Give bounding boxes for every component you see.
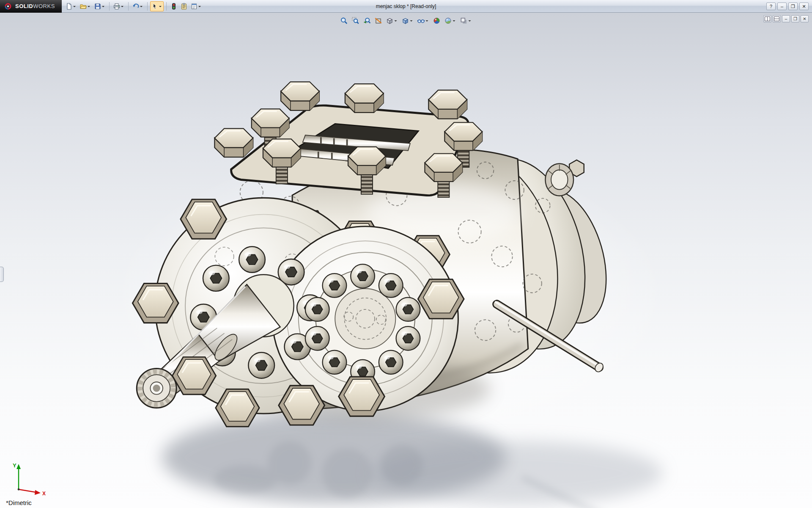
splined-shaft-end — [137, 368, 176, 408]
print-icon — [113, 3, 120, 10]
window-controls: ? – ❐ ✕ — [766, 3, 812, 10]
options-sheet-icon — [191, 3, 198, 10]
triad-x-arrow-icon — [35, 490, 41, 495]
help-button[interactable]: ? — [766, 3, 776, 10]
view-orientation-dropdown-arrow-icon[interactable] — [410, 18, 414, 24]
file-properties-button[interactable] — [179, 1, 189, 11]
triad-y-arrow-icon — [16, 464, 21, 469]
options-button[interactable] — [189, 1, 203, 11]
split-pane-icon — [765, 17, 770, 21]
edit-appearance-button[interactable] — [432, 15, 442, 26]
document-minimize-button[interactable]: – — [782, 15, 790, 22]
feature-manager-collapse-tab[interactable] — [0, 267, 4, 282]
open-button[interactable] — [79, 1, 92, 11]
top-cover-assembly — [214, 82, 482, 197]
zoom-to-area-button[interactable] — [351, 15, 361, 26]
toolbar-separator — [166, 2, 167, 11]
restore-button[interactable]: ❐ — [788, 3, 798, 10]
split-pane-vertical-button[interactable] — [773, 15, 781, 22]
zoom-to-area-icon — [352, 17, 359, 25]
logo-text-works: WORKS — [33, 3, 55, 9]
new-button[interactable] — [64, 1, 78, 11]
view-settings-button[interactable] — [459, 15, 473, 26]
section-view-button[interactable] — [373, 15, 384, 26]
rebuild-button[interactable] — [169, 1, 178, 11]
orientation-triad: Y X — [9, 459, 52, 497]
close-button[interactable]: ✕ — [799, 3, 809, 10]
select-button[interactable] — [150, 1, 164, 11]
undo-dropdown-arrow-icon[interactable] — [140, 3, 143, 9]
solidworks-window: SOLIDWORKS — [0, 0, 812, 508]
view-settings-dropdown-arrow-icon[interactable] — [468, 18, 472, 24]
split-pane-button[interactable] — [763, 15, 771, 22]
document-restore-button[interactable]: ❐ — [791, 15, 799, 22]
hide-show-dropdown-arrow-icon[interactable] — [425, 18, 429, 24]
document-window-controls: – ❐ ✕ — [763, 15, 809, 22]
minimize-button[interactable]: – — [777, 3, 787, 10]
triad-x-label: X — [42, 491, 46, 497]
document-close-button[interactable]: ✕ — [801, 15, 809, 22]
zoom-to-fit-icon — [340, 17, 348, 25]
split-pane-vertical-icon — [774, 17, 779, 21]
previous-view-icon — [363, 17, 371, 25]
select-dropdown-arrow-icon[interactable] — [159, 3, 162, 9]
scene-ball-icon — [444, 17, 452, 25]
open-folder-icon — [80, 3, 87, 10]
file-properties-icon — [181, 3, 187, 10]
print-button[interactable] — [112, 1, 126, 11]
save-dropdown-arrow-icon[interactable] — [102, 3, 105, 9]
view-orientation-label: *Dimetric — [6, 499, 32, 506]
section-view-icon — [375, 17, 382, 25]
toolbar-separator — [147, 2, 148, 11]
print-dropdown-arrow-icon[interactable] — [121, 3, 124, 9]
display-style-cube-icon — [386, 17, 394, 25]
titlebar: SOLIDWORKS — [0, 0, 812, 13]
previous-view-button[interactable] — [362, 15, 372, 26]
apply-scene-button[interactable] — [443, 15, 458, 26]
view-orientation-cube-icon — [402, 17, 409, 25]
solidworks-logo: SOLIDWORKS — [0, 0, 62, 13]
rebuild-traffic-light-icon — [170, 3, 177, 10]
hide-show-items-button[interactable] — [416, 15, 431, 26]
document-title: menjac sklop * [Read-only] — [376, 0, 436, 13]
logo-text: SOLIDWORKS — [15, 3, 55, 9]
apply-scene-dropdown-arrow-icon[interactable] — [453, 18, 456, 24]
heads-up-view-toolbar — [339, 15, 473, 26]
triad-y-label: Y — [13, 462, 16, 469]
display-style-dropdown-arrow-icon[interactable] — [394, 18, 398, 24]
zoom-to-fit-button[interactable] — [339, 15, 349, 26]
open-dropdown-arrow-icon[interactable] — [87, 3, 91, 9]
view-orientation-button[interactable] — [401, 15, 415, 26]
eyeglasses-icon — [417, 17, 425, 25]
save-button[interactable] — [93, 1, 107, 11]
color-ball-icon — [433, 17, 441, 25]
shadow-box-icon — [460, 17, 468, 25]
new-document-icon — [66, 3, 72, 10]
dassault-3ds-logo-icon — [4, 2, 12, 11]
graphics-area[interactable]: – ❐ ✕ Y X *Dimetric — [0, 13, 812, 508]
new-dropdown-arrow-icon[interactable] — [73, 3, 77, 9]
cad-model-gearbox-assembly[interactable] — [0, 13, 812, 508]
undo-icon — [132, 3, 139, 10]
select-cursor-icon — [151, 3, 158, 10]
save-icon — [94, 3, 101, 10]
toolbar-separator — [128, 2, 129, 11]
undo-button[interactable] — [131, 1, 145, 11]
display-style-button[interactable] — [385, 15, 399, 26]
toolbar-separator — [109, 2, 110, 11]
options-dropdown-arrow-icon[interactable] — [198, 3, 202, 9]
logo-text-solid: SOLID — [15, 3, 33, 9]
standard-toolbar — [62, 1, 206, 11]
